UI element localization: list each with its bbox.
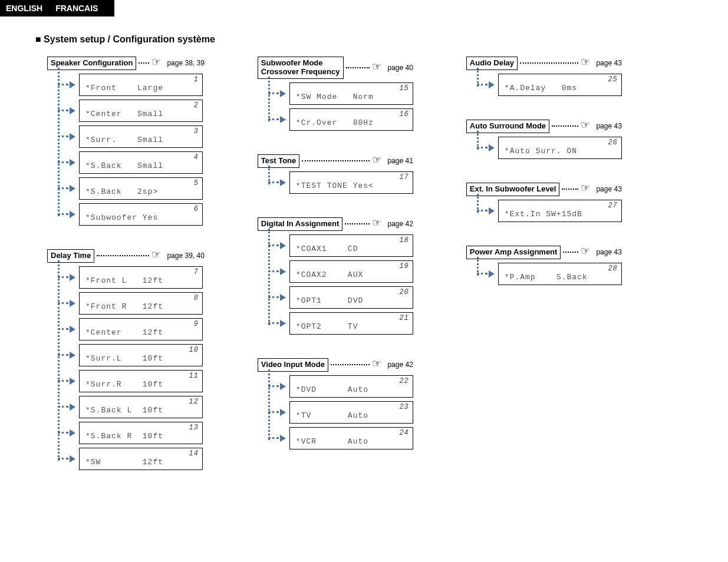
page-number: page 41: [387, 157, 413, 165]
menu-node: 12*S.Back L 10ft: [58, 396, 205, 418]
page-reference: page 41: [372, 157, 413, 165]
screen-number: 1: [194, 75, 199, 84]
menu-tree: 7*Front L 12ft8*Front R 12ft9*Center 12f…: [58, 266, 205, 470]
arrow-icon: [70, 81, 75, 88]
lcd-text: *P.Amp S.Back: [505, 273, 588, 282]
screen-number: 7: [194, 268, 199, 276]
screen-number: 28: [608, 265, 617, 273]
menu-node: 1*Front Large: [58, 74, 205, 96]
column-1: Speaker Configuration page 38, 39 1*Fron…: [47, 57, 205, 474]
arrow-icon: [70, 211, 75, 218]
lcd-text: *SW Mode Norm: [296, 92, 374, 101]
section-title: Test Tone: [258, 154, 299, 168]
page-reference: page 43: [581, 185, 621, 193]
lcd-text: *OPT1 DVD: [296, 296, 363, 305]
lcd-display: 6*Subwoofer Yes: [79, 203, 203, 226]
screen-number: 3: [194, 127, 199, 135]
lcd-text: *Surr.L 10ft: [85, 354, 163, 363]
tree-branch: [477, 210, 487, 211]
arrow-icon: [70, 159, 75, 166]
section-title: Ext. In Subwoofer Level: [466, 183, 560, 196]
lcd-text: *A.Delay 0ms: [505, 84, 577, 92]
section-subwoofer: Subwoofer Mode Crossover Frequency page …: [258, 57, 413, 134]
lcd-text: *DVD Auto: [296, 385, 368, 394]
tree-branch: [477, 147, 487, 148]
arrow-icon: [70, 429, 75, 437]
screen-number: 27: [608, 201, 617, 210]
page-reference: page 40: [372, 64, 413, 72]
menu-tree: 15*SW Mode Norm16*Cr.Over 80Hz: [268, 82, 413, 131]
page-reference: page 43: [581, 122, 621, 130]
tree-branch: [58, 213, 68, 215]
menu-node: 27*Ext.In SW+15dB: [477, 200, 622, 222]
tree-branch: [268, 437, 279, 439]
tree-branch: [477, 84, 487, 85]
menu-node: 26*Auto Surr. ON: [477, 137, 622, 159]
section-audio-delay: Audio Delay page 43 25*A.Delay 0ms: [466, 57, 622, 100]
lang-francais[interactable]: FRANCAIS: [55, 4, 98, 13]
lcd-text: *Surr. Small: [85, 135, 163, 144]
section-title: Auto Surround Mode: [466, 120, 549, 133]
section-title: Delay Time: [47, 249, 94, 263]
page-number: page 38, 39: [167, 59, 204, 67]
section-delay-time: Delay Time page 39, 40 7*Front L 12ft8*F…: [47, 249, 205, 474]
lcd-display: 16*Cr.Over 80Hz: [289, 108, 413, 131]
menu-node: 24*VCR Auto: [268, 427, 413, 449]
menu-tree: 28*P.Amp S.Back: [477, 263, 622, 285]
lcd-display: 10*Surr.L 10ft: [79, 344, 203, 366]
screen-number: 21: [399, 314, 409, 322]
tree-branch: [268, 181, 279, 183]
lcd-display: 1*Front Large: [79, 74, 203, 96]
screen-number: 22: [399, 377, 409, 385]
tree-branch: [268, 118, 279, 120]
tree-branch: [58, 354, 68, 356]
lcd-text: *Subwoofer Yes: [85, 213, 158, 222]
tree-branch: [58, 432, 68, 434]
screen-number: 24: [399, 429, 409, 437]
arrow-icon: [70, 378, 75, 385]
lcd-display: 14*SW 12ft: [79, 448, 203, 470]
lcd-display: 23*TV Auto: [289, 401, 413, 424]
lcd-display: 28*P.Amp S.Back: [498, 263, 622, 285]
page-reference: page 38, 39: [151, 59, 204, 67]
page-reference: page 43: [581, 248, 621, 256]
lcd-text: *Surr.R 10ft: [85, 380, 163, 389]
menu-node: 20*OPT1 DVD: [268, 286, 413, 309]
hand-icon: [151, 59, 164, 67]
arrow-icon: [70, 107, 75, 114]
dotted-line: [563, 252, 578, 253]
page-number: page 43: [596, 185, 621, 193]
menu-tree: 26*Auto Surr. ON: [477, 137, 622, 159]
screen-number: 20: [399, 288, 409, 296]
arrow-icon: [280, 116, 286, 123]
arrow-icon: [489, 81, 495, 88]
menu-node: 15*SW Mode Norm: [268, 82, 413, 105]
language-bar: ENGLISH FRANCAIS: [0, 0, 114, 16]
menu-node: 23*TV Auto: [268, 401, 413, 424]
lcd-text: *TV Auto: [296, 411, 368, 420]
content-columns: Speaker Configuration page 38, 39 1*Fron…: [47, 57, 728, 474]
screen-number: 10: [189, 346, 199, 354]
menu-node: 19*COAX2 AUX: [268, 260, 413, 283]
screen-number: 11: [189, 372, 199, 380]
screen-number: 16: [399, 110, 409, 118]
lcd-display: 2*Center Small: [79, 100, 203, 122]
lcd-display: 26*Auto Surr. ON: [498, 137, 622, 159]
menu-tree: 25*A.Delay 0ms: [477, 74, 622, 96]
lang-english[interactable]: ENGLISH: [6, 4, 42, 13]
arrow-icon: [280, 435, 286, 442]
lcd-text: *COAX2 AUX: [296, 270, 363, 279]
arrow-icon: [280, 242, 286, 249]
tree-branch: [58, 328, 68, 330]
page-number: page 43: [596, 248, 621, 256]
menu-tree: 18*COAX1 CD19*COAX2 AUX20*OPT1 DVD21*OPT…: [268, 234, 413, 335]
dotted-line: [302, 160, 370, 161]
tree-branch: [58, 135, 68, 137]
dotted-line: [520, 62, 578, 64]
section-speaker-config: Speaker Configuration page 38, 39 1*Fron…: [47, 57, 205, 229]
arrow-icon: [280, 409, 286, 416]
lcd-display: 15*SW Mode Norm: [289, 82, 413, 105]
arrow-icon: [280, 383, 286, 390]
lcd-display: 20*OPT1 DVD: [289, 286, 413, 309]
lcd-display: 22*DVD Auto: [289, 375, 413, 398]
